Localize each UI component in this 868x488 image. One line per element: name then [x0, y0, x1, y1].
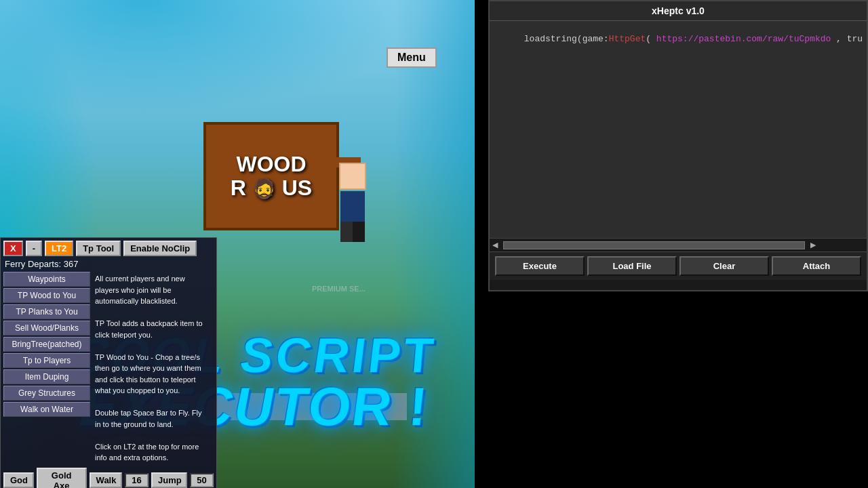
info-text-1: All current players and new players who … — [95, 273, 207, 307]
btn-walk[interactable]: Walk — [90, 472, 122, 488]
btn-sell-wood[interactable]: Sell Wood/Planks — [3, 321, 90, 336]
executor-toolbar: Execute Load File Clear Attach — [490, 251, 867, 280]
scroll-right-arrow[interactable]: ▶ — [808, 241, 818, 249]
btn-tp-tool[interactable]: Tp Tool — [76, 241, 121, 256]
btn-noclip[interactable]: Enable NoClip — [123, 241, 197, 256]
bottom-bar: God Gold Axe Walk Jump — [3, 466, 214, 489]
walk-input[interactable] — [125, 473, 149, 487]
code-keyword-1: HttpGet — [609, 34, 646, 44]
scrollbar[interactable]: ◀ ▶ — [490, 238, 867, 251]
char-legs — [340, 222, 365, 242]
btn-walk-on-water[interactable]: Walk on Water — [3, 402, 90, 417]
btn-gold-axe[interactable]: Gold Axe — [37, 468, 87, 489]
btn-x[interactable]: X — [3, 241, 23, 256]
code-string-1: https://pastebin.com/raw/tuCpmkdo — [656, 34, 831, 44]
btn-tp-planks[interactable]: TP Planks to You — [3, 304, 90, 319]
info-text-3: TP Wood to You - Chop a tree/s then go t… — [95, 352, 207, 396]
menu-button-game[interactable]: Menu — [387, 47, 437, 68]
beard-face: 🧔 — [252, 178, 276, 199]
btn-clear[interactable]: Clear — [679, 256, 769, 276]
panel-content: Waypoints TP Wood to You TP Planks to Yo… — [3, 272, 214, 464]
code-normal-3: , tru — [831, 34, 863, 44]
btn-god[interactable]: God — [3, 472, 34, 488]
info-text-2: TP Tool adds a backpack item to click te… — [95, 318, 207, 340]
code-editor[interactable]: loadstring(game:HttpGet( https://pastebi… — [490, 21, 867, 238]
scroll-thumb[interactable] — [503, 241, 805, 249]
code-normal-1: loadstring(game: — [524, 34, 609, 44]
wood-sign: WOOD R 🧔 US — [203, 122, 339, 230]
code-normal-2: ( — [646, 34, 656, 44]
info-text-5: Click on LT2 at the top for more info an… — [95, 441, 207, 464]
panel-toolbar: X - LT2 Tp Tool Enable NoClip — [3, 241, 214, 256]
btn-attach[interactable]: Attach — [772, 256, 861, 276]
left-panel: X - LT2 Tp Tool Enable NoClip Ferry Depa… — [0, 237, 217, 488]
ferry-text: Ferry Departs: 367 — [3, 259, 214, 269]
btn-waypoints[interactable]: Waypoints — [3, 272, 90, 287]
nav-buttons: Waypoints TP Wood to You TP Planks to Yo… — [3, 272, 92, 417]
btn-jump[interactable]: Jump — [151, 472, 187, 488]
btn-minus[interactable]: - — [26, 241, 42, 256]
btn-tp-wood[interactable]: TP Wood to You — [3, 288, 90, 303]
btn-item-duping[interactable]: Item Duping — [3, 369, 90, 384]
char-leg-right — [353, 222, 365, 242]
executor-titlebar: xHeptc v1.0 — [490, 1, 867, 21]
info-text-4: Double tap Space Bar to Fly. Fly in to t… — [95, 407, 207, 430]
btn-grey-structures[interactable]: Grey Structures — [3, 386, 90, 401]
premium-text: PREMIUM SE... — [312, 285, 366, 293]
btn-load-file[interactable]: Load File — [587, 256, 677, 276]
info-panel: All current players and new players who … — [95, 272, 207, 464]
btn-tp-players[interactable]: Tp to Players — [3, 353, 90, 368]
btn-bring-tree[interactable]: BringTree(patched) — [3, 337, 90, 352]
scroll-left-arrow[interactable]: ◀ — [490, 241, 500, 249]
jump-input[interactable] — [190, 473, 214, 487]
roblox-character — [332, 163, 373, 244]
char-head — [339, 163, 366, 190]
char-leg-left — [340, 222, 353, 242]
btn-lt2[interactable]: LT2 — [45, 241, 73, 256]
executor-panel: xHeptc v1.0 loadstring(game:HttpGet( htt… — [488, 0, 868, 291]
code-line-1: loadstring(game:HttpGet( https://pastebi… — [492, 24, 864, 54]
sign-text: WOOD R 🧔 US — [231, 152, 312, 200]
btn-execute[interactable]: Execute — [495, 256, 585, 276]
char-body — [340, 191, 365, 222]
